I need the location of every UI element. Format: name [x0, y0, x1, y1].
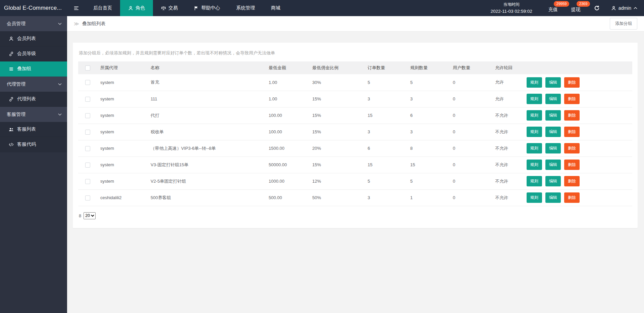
user-menu[interactable]: admin	[611, 5, 637, 11]
cell-min_amount: 50000.00	[265, 156, 309, 173]
sidebar-group-agent-management[interactable]: 代理管理	[0, 77, 67, 92]
rule-button[interactable]: 规则	[527, 192, 542, 203]
nav-system[interactable]: 系统管理	[228, 0, 263, 16]
pagination: 8 20	[78, 212, 632, 219]
row-checkbox[interactable]	[85, 130, 90, 135]
cell-orders: 3	[364, 124, 407, 140]
delete-button[interactable]: 删除	[564, 94, 580, 104]
edit-button[interactable]: 编辑	[545, 192, 561, 203]
cell-rules: 3	[407, 91, 449, 107]
cell-cycle: 不允许	[492, 156, 525, 173]
table-row: ceshidalili2500养客组500.0050%310不允许规则编辑删除	[78, 189, 632, 206]
main-layout: 会员管理会员列表会员等级叠加组代理管理代理列表客服管理客服列表客服代码 ≫ 叠加…	[0, 16, 644, 313]
flag-icon	[194, 6, 199, 11]
refresh-button[interactable]	[594, 5, 600, 12]
person-icon	[9, 36, 14, 41]
sidebar-item-service-code[interactable]: 客服代码	[0, 137, 67, 152]
table-row: system首充1.0030%550允许规则编辑删除	[78, 74, 632, 91]
sidebar-group-member-management[interactable]: 会员管理	[0, 16, 67, 31]
sidebar-item-label: 会员列表	[17, 36, 36, 42]
rule-button[interactable]: 规则	[527, 94, 542, 104]
rule-button[interactable]: 规则	[527, 110, 542, 121]
groups-table: 所属代理名称最低金额最低佣金比例订单数量规则数量用户数量允许轮回 system首…	[78, 61, 632, 206]
sidebar-group-label: 客服管理	[7, 111, 25, 118]
table-row: system代打100.0015%1560不允许规则编辑删除	[78, 107, 632, 124]
edit-button[interactable]: 编辑	[545, 160, 561, 170]
person-icon	[128, 6, 133, 11]
rule-button[interactable]: 规则	[527, 143, 542, 153]
cell-orders: 5	[364, 74, 407, 91]
select-all-checkbox[interactable]	[85, 65, 90, 71]
row-checkbox[interactable]	[85, 80, 90, 85]
content-area: ≫ 叠加组列表 添加分组 添加分组后，必须添加规则，并且规则需要对应好订单个数，…	[67, 16, 644, 313]
sidebar-item-member-list[interactable]: 会员列表	[0, 31, 67, 46]
cell-min_amount: 100.00	[265, 107, 309, 124]
cell-agent: system	[97, 91, 147, 107]
app-logo: Global E-Commerce...	[0, 0, 67, 16]
table-row: systemV3-固定打针组15单50000.0015%15150不允许规则编辑…	[78, 156, 632, 173]
cell-cycle: 不允许	[492, 124, 525, 140]
cell-users: 0	[449, 173, 492, 189]
cell-cycle: 允许	[492, 74, 525, 91]
row-checkbox-cell	[78, 91, 97, 107]
rule-button[interactable]: 规则	[527, 160, 542, 170]
cell-min_amount: 1000.00	[265, 173, 309, 189]
users-icon	[9, 127, 14, 132]
rule-button[interactable]: 规则	[527, 176, 542, 186]
delete-button[interactable]: 删除	[564, 192, 580, 203]
nav-mall[interactable]: 商城	[263, 0, 288, 16]
withdraw-label: 提现	[571, 7, 581, 12]
sidebar-item-member-level[interactable]: 会员等级	[0, 46, 67, 61]
sidebar-toggle-button[interactable]	[67, 0, 85, 16]
edit-button[interactable]: 编辑	[545, 143, 561, 153]
row-checkbox[interactable]	[85, 163, 90, 168]
sidebar-item-label: 会员等级	[17, 51, 36, 57]
cell-cycle: 不允许	[492, 107, 525, 124]
delete-button[interactable]: 删除	[564, 176, 580, 186]
row-checkbox[interactable]	[85, 195, 90, 200]
rule-button[interactable]: 规则	[527, 127, 542, 137]
sidebar-item-agent-list[interactable]: 代理列表	[0, 92, 67, 107]
delete-button[interactable]: 删除	[564, 160, 580, 170]
column-header: 最低金额	[265, 61, 309, 74]
sidebar-item-service-list[interactable]: 客服列表	[0, 122, 67, 137]
edit-button[interactable]: 编辑	[545, 77, 561, 88]
row-checkbox[interactable]	[85, 113, 90, 118]
cell-min_commission: 20%	[309, 140, 364, 156]
withdraw-link[interactable]: 提现 2369	[571, 7, 581, 13]
page-size-select[interactable]: 20	[84, 212, 96, 219]
add-group-button[interactable]: 添加分组	[610, 18, 637, 30]
delete-button[interactable]: 删除	[564, 127, 580, 137]
chevron-down-icon	[58, 113, 62, 116]
nav-roles[interactable]: 角色	[120, 0, 153, 16]
cell-users: 0	[449, 189, 492, 206]
nav-label: 系统管理	[236, 5, 255, 11]
cell-agent: system	[97, 124, 147, 140]
cell-min_amount: 100.00	[265, 124, 309, 140]
row-checkbox-cell	[78, 107, 97, 124]
cell-name: 税收单	[147, 124, 265, 140]
edit-button[interactable]: 编辑	[545, 127, 561, 137]
rule-button[interactable]: 规则	[527, 77, 542, 88]
nav-dashboard[interactable]: 后台首页	[85, 0, 120, 16]
row-checkbox[interactable]	[85, 179, 90, 184]
delete-button[interactable]: 删除	[564, 143, 580, 153]
delete-button[interactable]: 删除	[564, 77, 580, 88]
delete-button[interactable]: 删除	[564, 110, 580, 121]
nav-help-center[interactable]: 帮助中心	[186, 0, 228, 16]
cell-cycle: 不允许	[492, 140, 525, 156]
sidebar-item-stack-group[interactable]: 叠加组	[0, 61, 67, 77]
withdraw-badge: 2369	[577, 1, 590, 7]
cell-rules: 3	[407, 124, 449, 140]
sidebar-group-service-management[interactable]: 客服管理	[0, 107, 67, 122]
row-checkbox[interactable]	[85, 146, 90, 151]
edit-button[interactable]: 编辑	[545, 94, 561, 104]
user-name: admin	[619, 5, 631, 11]
edit-button[interactable]: 编辑	[545, 176, 561, 186]
row-checkbox[interactable]	[85, 97, 90, 102]
hint-text: 添加分组后，必须添加规则，并且规则需要对应好订单个数，若出现不对称情况，会导致用…	[79, 50, 632, 56]
cell-agent: system	[97, 107, 147, 124]
edit-button[interactable]: 编辑	[545, 110, 561, 121]
nav-trade[interactable]: 交易	[153, 0, 186, 16]
recharge-link[interactable]: 充值 29959	[548, 7, 558, 13]
